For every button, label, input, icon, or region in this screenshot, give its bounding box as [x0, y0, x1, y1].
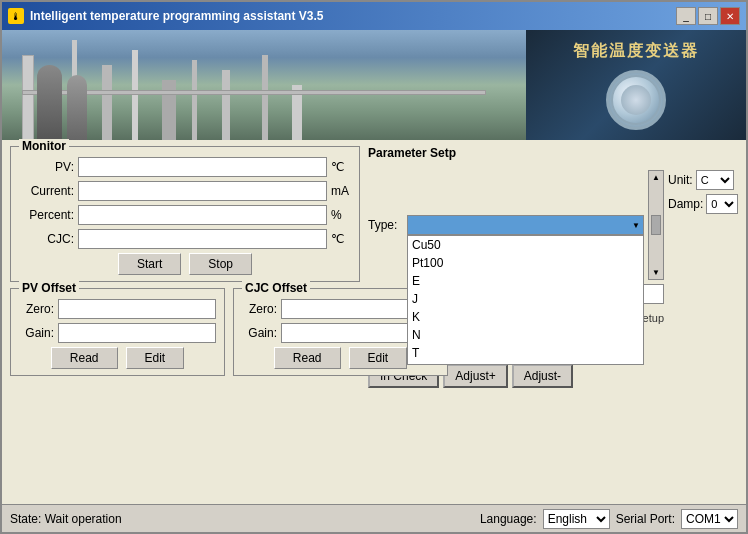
main-window: 🌡 Intelligent temperature programming as…: [0, 0, 748, 534]
monitor-group: Monitor PV: ℃ Current: mA Percent:: [10, 146, 360, 282]
percent-unit: %: [331, 208, 351, 222]
monitor-buttons: Start Stop: [19, 253, 351, 275]
app-icon: 🌡: [8, 8, 24, 24]
pv-row: PV: ℃: [19, 157, 351, 177]
type-row: Type: ▼ Cu50 Pt100 E: [368, 170, 664, 280]
pv-input[interactable]: [78, 157, 327, 177]
percent-label: Percent:: [19, 208, 74, 222]
pv-gain-input[interactable]: [58, 323, 216, 343]
language-label: Language:: [480, 512, 537, 526]
language-select[interactable]: English Chinese: [543, 509, 610, 529]
damp-row: Damp: 0 1 2: [668, 194, 738, 214]
state-value: Wait operation: [45, 512, 122, 526]
type-label: Type:: [368, 218, 403, 232]
type-dropdown-container: ▼ Cu50 Pt100 E J K N T: [407, 215, 644, 235]
status-right: Language: English Chinese Serial Port: C…: [480, 509, 738, 529]
pv-unit: ℃: [331, 160, 351, 174]
industrial-background: [2, 30, 526, 140]
left-panel: Monitor PV: ℃ Current: mA Percent:: [10, 146, 360, 498]
type-option-pt100[interactable]: Pt100: [408, 254, 643, 272]
current-input[interactable]: [78, 181, 327, 201]
scroll-up-icon[interactable]: ▲: [652, 173, 660, 182]
pv-zero-row: Zero:: [19, 299, 216, 319]
current-label: Current:: [19, 184, 74, 198]
type-area: Type: ▼ Cu50 Pt100 E: [368, 170, 738, 332]
cjc-offset-title: CJC Offset: [242, 281, 310, 295]
start-button[interactable]: Start: [118, 253, 181, 275]
close-button[interactable]: ✕: [720, 7, 740, 25]
cjc-input[interactable]: [78, 229, 327, 249]
pv-zero-input[interactable]: [58, 299, 216, 319]
type-option-j[interactable]: J: [408, 290, 643, 308]
brand-panel: 智能温度变送器: [526, 30, 746, 140]
right-panel: Parameter Setp Type: ▼: [368, 146, 738, 498]
type-dropdown[interactable]: ▼: [407, 215, 644, 235]
status-text: State: Wait operation: [10, 512, 468, 526]
pv-gain-row: Gain:: [19, 323, 216, 343]
current-row: Current: mA: [19, 181, 351, 201]
pv-zero-label: Zero:: [19, 302, 54, 316]
unit-row: Unit: C F K: [668, 170, 738, 190]
pv-gain-label: Gain:: [19, 326, 54, 340]
state-label: State:: [10, 512, 41, 526]
pv-label: PV:: [19, 160, 74, 174]
type-option-n[interactable]: N: [408, 326, 643, 344]
type-option-b[interactable]: B: [408, 362, 643, 365]
unit-label: Unit:: [668, 173, 693, 187]
chinese-brand-title: 智能温度变送器: [573, 41, 699, 62]
type-option-k[interactable]: K: [408, 308, 643, 326]
monitor-group-title: Monitor: [19, 139, 69, 153]
adjust-minus-button[interactable]: Adjust-: [512, 364, 573, 388]
pv-offset-group: PV Offset Zero: Gain: Read Edit: [10, 288, 225, 376]
percent-row: Percent: %: [19, 205, 351, 225]
scroll-thumb[interactable]: [651, 215, 661, 235]
title-bar: 🌡 Intelligent temperature programming as…: [2, 2, 746, 30]
panels-row: Monitor PV: ℃ Current: mA Percent:: [10, 146, 738, 498]
maximize-button[interactable]: □: [698, 7, 718, 25]
window-controls: _ □ ✕: [676, 7, 740, 25]
list-scrollbar[interactable]: ▲ ▼: [648, 170, 664, 280]
current-unit: mA: [331, 184, 351, 198]
content-area: Monitor PV: ℃ Current: mA Percent:: [2, 140, 746, 504]
serial-port-label: Serial Port:: [616, 512, 675, 526]
cjc-row: CJC: ℃: [19, 229, 351, 249]
pv-read-button[interactable]: Read: [51, 347, 118, 369]
pv-offset-buttons: Read Edit: [19, 347, 216, 369]
offset-groups: PV Offset Zero: Gain: Read Edit: [10, 288, 360, 376]
type-dropdown-list[interactable]: Cu50 Pt100 E J K N T B R: [407, 235, 644, 365]
type-dropdown-area: Type: ▼ Cu50 Pt100 E: [368, 170, 664, 332]
type-option-cu50[interactable]: Cu50: [408, 236, 643, 254]
serial-port-select[interactable]: COM1 COM2 COM3 COM4: [681, 509, 738, 529]
damp-label: Damp:: [668, 197, 703, 211]
unit-select[interactable]: C F K: [696, 170, 734, 190]
status-bar: State: Wait operation Language: English …: [2, 504, 746, 532]
type-option-e[interactable]: E: [408, 272, 643, 290]
window-title: Intelligent temperature programming assi…: [30, 9, 670, 23]
cjc-gain-label: Gain:: [242, 326, 277, 340]
minimize-button[interactable]: _: [676, 7, 696, 25]
pv-offset-title: PV Offset: [19, 281, 79, 295]
dropdown-arrow-icon: ▼: [632, 221, 640, 230]
cjc-read-button[interactable]: Read: [274, 347, 341, 369]
type-option-t[interactable]: T: [408, 344, 643, 362]
pv-edit-button[interactable]: Edit: [126, 347, 185, 369]
cjc-edit-button[interactable]: Edit: [349, 347, 408, 369]
scroll-down-icon[interactable]: ▼: [652, 268, 660, 277]
header-banner: 智能温度变送器: [2, 30, 746, 140]
param-group-title: Parameter Setp: [368, 146, 738, 160]
unit-damp-column: Unit: C F K Damp: 0 1: [668, 170, 738, 214]
cjc-label: CJC:: [19, 232, 74, 246]
percent-input[interactable]: [78, 205, 327, 225]
cjc-unit: ℃: [331, 232, 351, 246]
device-image: [606, 70, 666, 130]
damp-select[interactable]: 0 1 2: [706, 194, 738, 214]
adjust-plus-button[interactable]: Adjust+: [443, 364, 507, 388]
cjc-zero-label: Zero:: [242, 302, 277, 316]
stop-button[interactable]: Stop: [189, 253, 252, 275]
